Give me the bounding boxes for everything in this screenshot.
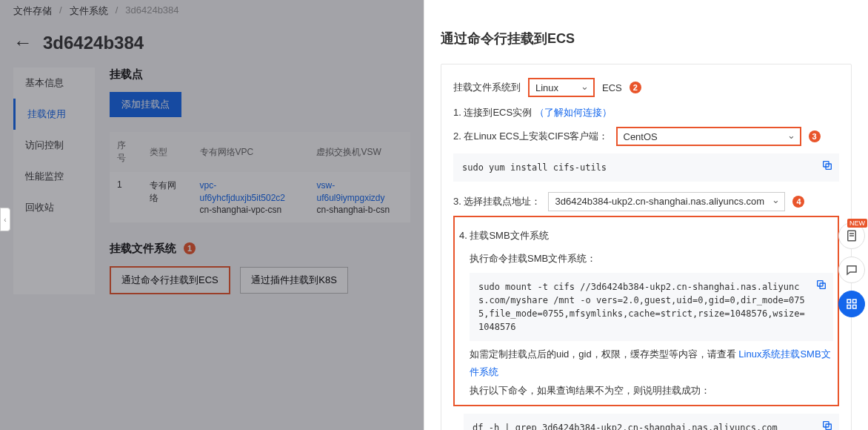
code-install: sudo yum install cifs-utils bbox=[453, 153, 839, 182]
annotation-marker-4: 4 bbox=[792, 196, 804, 208]
step4-sub1: 执行命令挂载SMB文件系统： bbox=[470, 250, 833, 268]
vsw-sub: cn-shanghai-b-csn bbox=[316, 205, 390, 215]
col-type: 类型 bbox=[142, 132, 193, 172]
cell-seq: 1 bbox=[110, 172, 142, 222]
col-vpc: 专有网络VPC bbox=[193, 132, 310, 172]
col-seq: 序号 bbox=[110, 132, 142, 172]
sidenav-item-access[interactable]: 访问控制 bbox=[13, 130, 95, 161]
annotation-marker-3: 3 bbox=[809, 130, 821, 142]
mount-k8s-button[interactable]: 通过插件挂载到K8S bbox=[240, 267, 348, 294]
svg-rect-12 bbox=[853, 305, 857, 309]
step3-label: 3. 选择挂载点地址： bbox=[453, 195, 541, 208]
mount-points-title: 挂载点 bbox=[110, 67, 410, 82]
sidenav-item-recycle[interactable]: 回收站 bbox=[13, 192, 95, 223]
col-vsw: 虚拟交换机VSW bbox=[309, 132, 410, 172]
distro-select[interactable]: CentOS bbox=[616, 127, 801, 146]
svg-rect-10 bbox=[853, 300, 857, 303]
code-check: df -h | grep 3d6424b384-ukp2.cn-shanghai… bbox=[464, 414, 839, 430]
float-apps-icon[interactable] bbox=[838, 291, 865, 317]
step4-title: 4. 挂载SMB文件系统 bbox=[459, 229, 833, 242]
step4-note-pre: 如需定制挂载点后的uid，gid，权限，缓存类型等内容，请查看 bbox=[470, 348, 736, 360]
float-chat-icon[interactable] bbox=[838, 257, 865, 283]
breadcrumb-filesystems[interactable]: 文件系统 bbox=[70, 4, 108, 18]
sidenav-item-basic[interactable]: 基本信息 bbox=[13, 67, 95, 99]
copy-icon[interactable] bbox=[821, 159, 833, 171]
new-badge: NEW bbox=[847, 219, 867, 228]
ecs-suffix: ECS bbox=[602, 82, 622, 93]
back-arrow-icon[interactable]: ← bbox=[13, 31, 33, 54]
sidenav-item-perf[interactable]: 性能监控 bbox=[13, 161, 95, 192]
breadcrumb-current: 3d6424b384 bbox=[125, 4, 178, 18]
side-nav: 基本信息 挂载使用 访问控制 性能监控 回收站 bbox=[13, 67, 95, 294]
breadcrumb-storage[interactable]: 文件存储 bbox=[13, 4, 52, 18]
table-row: 1 专有网络 vpc-uf6yhcfjduxjb5it502c2 cn-shan… bbox=[110, 172, 410, 222]
drawer-mount-ecs: 通过命令行挂载到ECS 挂载文件系统到 Linux ECS 2 1. 连接到EC… bbox=[424, 0, 868, 430]
cell-type: 专有网络 bbox=[142, 172, 193, 222]
step2-label: 2. 在Linux ECS上安装CIFS客户端： bbox=[453, 130, 609, 143]
step4-sub2: 执行以下命令，如果查询结果不为空，则说明挂载成功： bbox=[470, 382, 833, 400]
svg-rect-9 bbox=[847, 300, 851, 303]
copy-icon[interactable] bbox=[821, 420, 833, 430]
copy-icon[interactable] bbox=[815, 279, 827, 291]
mount-fs-title: 挂载文件系统 bbox=[110, 242, 176, 256]
mount-ecs-button[interactable]: 通过命令行挂载到ECS bbox=[110, 266, 230, 294]
svg-rect-11 bbox=[847, 305, 851, 309]
collapse-handle-icon[interactable]: ‹ bbox=[0, 208, 10, 231]
step1-link[interactable]: （了解如何连接） bbox=[535, 107, 612, 118]
vsw-link[interactable]: vsw-uf6ul9iympgxizdy bbox=[316, 179, 403, 205]
float-doc-icon[interactable]: NEW bbox=[838, 222, 865, 249]
code-mount: sudo mount -t cifs //3d6424b384-ukp2.cn-… bbox=[470, 273, 833, 341]
drawer-title: 通过命令行挂载到ECS bbox=[441, 0, 852, 64]
os-select[interactable]: Linux bbox=[528, 78, 595, 97]
vpc-link[interactable]: vpc-uf6yhcfjduxjb5it502c2 bbox=[200, 179, 302, 205]
mount-address-select[interactable]: 3d6424b384-ukp2.cn-shanghai.nas.aliyuncs… bbox=[548, 192, 785, 211]
step4-highlight-box: 4. 挂载SMB文件系统 执行命令挂载SMB文件系统： sudo mount -… bbox=[453, 216, 839, 406]
target-label: 挂载文件系统到 bbox=[453, 81, 521, 94]
annotation-marker-1: 1 bbox=[184, 242, 196, 254]
page-title: 3d6424b384 bbox=[43, 33, 144, 53]
annotation-marker-2: 2 bbox=[630, 82, 641, 93]
sidenav-item-mount[interactable]: 挂载使用 bbox=[13, 99, 95, 130]
breadcrumb: 文件存储 / 文件系统 / 3d6424b384 bbox=[0, 0, 424, 22]
step1-text: 1. 连接到ECS实例 bbox=[453, 107, 532, 118]
add-mount-point-button[interactable]: 添加挂载点 bbox=[110, 92, 181, 117]
vpc-sub: cn-shanghai-vpc-csn bbox=[200, 205, 282, 215]
mount-points-table: 序号 类型 专有网络VPC 虚拟交换机VSW 1 专有网络 vpc-uf6yhc… bbox=[110, 132, 410, 222]
